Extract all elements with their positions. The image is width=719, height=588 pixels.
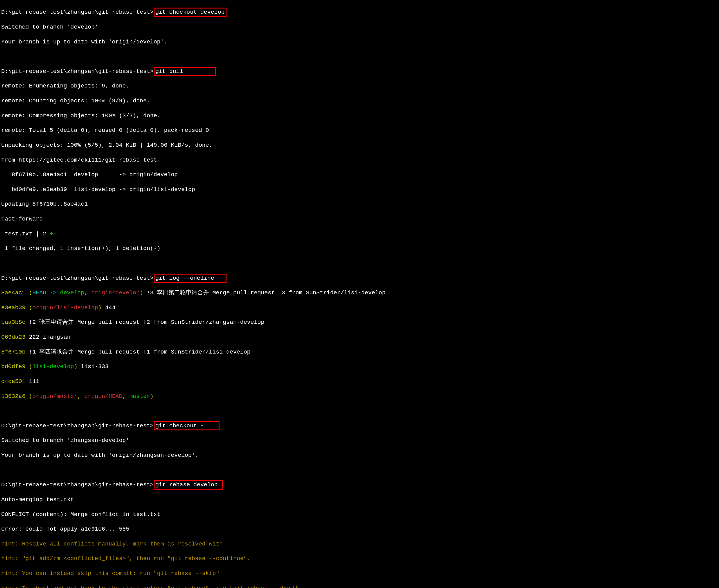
output-line: remote: Compressing objects: 100% (3/3),…	[1, 112, 718, 119]
output-line: 8f6710b..8ae4ac1 develop -> origin/devel…	[1, 171, 718, 178]
commit-hash: baa3b8c	[1, 319, 25, 326]
output-line: Your branch is up to date with 'origin/z…	[1, 451, 718, 459]
commit-msg: lisi-333	[78, 363, 109, 370]
cmd-text: git rebase develop	[155, 481, 218, 488]
prompt: D:\git-rebase-test\zhangsan\git-rebase-t…	[1, 481, 154, 488]
highlight-cmd-log: git log --oneline	[154, 274, 227, 283]
remote-ref: origin/HEAD	[84, 393, 122, 400]
commit-msg: !1 李四请求合并 Merge pull request !1 from Sun…	[25, 349, 251, 355]
output-line: remote: Counting objects: 100% (9/9), do…	[1, 97, 718, 104]
cmd-text: git pull	[155, 68, 183, 75]
output-line: Fast-forward	[1, 215, 718, 223]
hint-line: hint: "git add/rm <conflicted_files>", t…	[1, 555, 718, 562]
hint-line: hint: Resolve all conflicts manually, ma…	[1, 540, 718, 548]
branch-name: master	[129, 393, 150, 400]
diff-plus: +	[50, 231, 53, 237]
output-line: Updating 8f6710b..8ae4ac1	[1, 201, 718, 208]
highlight-cmd-rebase: git rebase develop	[154, 480, 223, 489]
output-line: remote: Enumerating objects: 9, done.	[1, 82, 718, 90]
commit-hash: 069da23	[1, 334, 25, 340]
cmd-text: git log --oneline	[155, 275, 214, 281]
branch-name: lisi-develop	[33, 363, 74, 370]
commit-hash: 8f6710b	[1, 349, 25, 355]
output-line: 1 file changed, 1 insertion(+), 1 deleti…	[1, 245, 718, 252]
prompt: D:\git-rebase-test\zhangsan\git-rebase-t…	[1, 9, 154, 16]
highlight-cmd-checkout-develop: git checkout develop	[154, 7, 227, 17]
cmd-text: git checkout -	[155, 422, 204, 429]
prompt: D:\git-rebase-test\zhangsan\git-rebase-t…	[1, 275, 154, 281]
head-ref: HEAD ->	[33, 290, 60, 296]
prompt: D:\git-rebase-test\zhangsan\git-rebase-t…	[1, 422, 154, 429]
output-line: Auto-merging test.txt	[1, 496, 718, 503]
remote-ref: origin/lisi-develop	[33, 304, 98, 311]
output-line: Unpacking objects: 100% (5/5), 2.04 KiB …	[1, 142, 718, 149]
cmd-text: git checkout develop	[155, 9, 225, 16]
highlight-cmd-pull: git pull	[154, 67, 216, 76]
output-line: Your branch is up to date with 'origin/d…	[1, 38, 718, 46]
terminal-output: D:\git-rebase-test\zhangsan\git-rebase-t…	[0, 0, 719, 588]
commit-hash: d4ca501	[1, 378, 25, 385]
output-line: From https://gitee.com/ckl111/git-rebase…	[1, 156, 718, 164]
output-line: error: could not apply a1c91c6... 555	[1, 525, 718, 533]
output-line: Switched to branch 'develop'	[1, 23, 718, 31]
commit-hash: 13632a6	[1, 393, 25, 400]
output-line: remote: Total 5 (delta 0), reused 0 (del…	[1, 127, 718, 134]
commit-msg: 111	[25, 378, 40, 385]
hint-line: hint: You can instead skip this commit: …	[1, 570, 718, 577]
diffstat-file: test.txt | 2	[1, 231, 50, 237]
output-line: CONFLICT (content): Merge conflict in te…	[1, 511, 718, 518]
commit-hash: 8ae4ac1	[1, 290, 25, 296]
remote-ref: origin/develop	[91, 290, 140, 296]
highlight-cmd-checkout-back: git checkout -	[154, 421, 219, 430]
commit-msg: !2 张三申请合并 Merge pull request !2 from Sun…	[25, 319, 265, 326]
commit-hash: e3eab39	[1, 304, 25, 311]
commit-msg: 222-zhangsan	[25, 334, 70, 340]
output-line: bd0dfe9..e3eab39 lisi-develop -> origin/…	[1, 186, 718, 193]
commit-hash: bd0dfe9	[1, 363, 25, 370]
hint-line: hint: To abort and get back to the state…	[1, 585, 718, 588]
commit-msg: 444	[102, 304, 116, 311]
output-line: Switched to branch 'zhangsan-develop'	[1, 437, 718, 444]
remote-ref: origin/master	[33, 393, 78, 400]
prompt: D:\git-rebase-test\zhangsan\git-rebase-t…	[1, 68, 154, 75]
diff-minus: -	[53, 231, 57, 237]
branch-name: develop	[60, 290, 84, 296]
commit-msg: !3 李四第二轮申请合并 Merge pull request !3 from …	[143, 290, 386, 296]
